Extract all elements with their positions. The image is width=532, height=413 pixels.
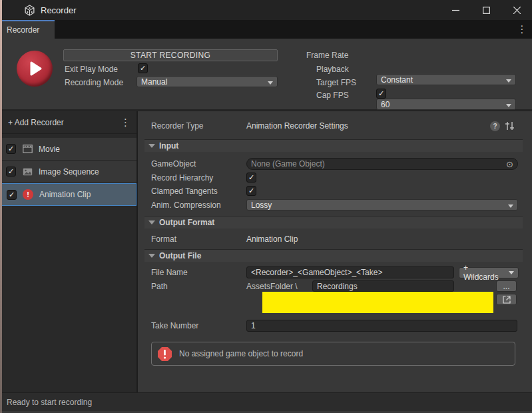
output-file-section-title: Output File <box>159 251 201 260</box>
anim-compression-label: Anim. Compression <box>151 201 246 210</box>
format-label: Format <box>151 234 246 244</box>
recorder-type-label: Recorder Type <box>151 121 246 131</box>
wildcards-button-label: + Wildcards <box>463 263 504 282</box>
path-root-value[interactable]: AssetsFolder \ <box>246 282 312 291</box>
path-label: Path <box>151 282 246 291</box>
recorder-item-label: Animation Clip <box>39 190 91 199</box>
file-name-input[interactable] <box>246 266 454 278</box>
tab-bar: Recorder ⋮ <box>0 20 532 39</box>
foldout-arrow-icon <box>148 144 155 148</box>
recording-controls-panel: START RECORDING Exit Play Mode ✓ Recordi… <box>0 39 532 111</box>
check-icon: ✓ <box>8 168 14 175</box>
record-hierarchy-label: Record Hierarchy <box>151 173 246 183</box>
presets-icon[interactable] <box>505 121 515 133</box>
animation-clip-checkbox[interactable]: ✓ <box>7 190 17 200</box>
wildcards-button[interactable]: + Wildcards <box>459 267 519 278</box>
window-title: Recorder <box>41 5 76 15</box>
maximize-button[interactable] <box>471 0 501 20</box>
check-icon: ✓ <box>140 65 146 72</box>
warning-message: No assigned game object to record <box>179 349 303 358</box>
check-icon: ✓ <box>248 174 254 181</box>
clamped-tangents-label: Clamped Tangents <box>151 187 246 196</box>
game-object-field[interactable]: None (Game Object) ⊙ <box>246 158 518 170</box>
target-fps-label: Target FPS <box>316 78 356 87</box>
take-number-row: Take Number <box>151 320 517 332</box>
add-recorder-button[interactable]: + Add Recorder <box>8 118 64 127</box>
help-icon[interactable]: ? <box>490 121 500 131</box>
recorder-settings-panel: Recorder Type Animation Recorder Setting… <box>138 111 532 392</box>
tab-label: Recorder <box>7 25 39 35</box>
recording-mode-label: Recording Mode <box>65 78 123 87</box>
foldout-arrow-icon <box>148 220 155 224</box>
file-name-row: File Name + Wildcards <box>151 266 519 278</box>
record-hierarchy-row: Record Hierarchy ✓ <box>151 173 256 183</box>
start-recording-button[interactable]: START RECORDING <box>63 49 278 61</box>
clamped-tangents-checkbox[interactable]: ✓ <box>246 186 256 196</box>
object-picker-icon[interactable]: ⊙ <box>506 159 513 169</box>
path-preview-highlight <box>262 292 493 313</box>
exit-play-mode-label: Exit Play Mode <box>65 65 118 74</box>
movie-checkbox[interactable]: ✓ <box>6 144 16 154</box>
minimize-button[interactable] <box>440 0 471 20</box>
anim-compression-dropdown[interactable]: Lossy <box>246 199 518 210</box>
recorder-type-row: Recorder Type Animation Recorder Setting… <box>151 121 348 131</box>
cap-fps-label: Cap FPS <box>316 91 349 100</box>
anim-compression-value: Lossy <box>251 201 272 210</box>
tab-menu-icon[interactable]: ⋮ <box>516 20 528 39</box>
take-number-label: Take Number <box>151 321 246 330</box>
title-bar: Recorder <box>0 0 532 20</box>
output-format-section-title: Output Format <box>159 218 214 227</box>
tab-recorder[interactable]: Recorder <box>0 20 55 39</box>
recorder-item-label: Image Sequence <box>39 167 99 177</box>
foldout-arrow-icon <box>148 254 155 258</box>
clamped-tangents-row: Clamped Tangents ✓ <box>151 186 256 196</box>
recording-mode-dropdown[interactable]: Manual <box>136 76 278 87</box>
path-input[interactable] <box>312 280 454 292</box>
recorder-item-image-sequence[interactable]: ✓ Image Sequence <box>0 161 136 183</box>
playback-value: Constant <box>381 75 413 85</box>
open-path-button[interactable] <box>496 294 517 305</box>
image-sequence-checkbox[interactable]: ✓ <box>6 167 16 177</box>
recorder-item-animation-clip[interactable]: ✓ ! Animation Clip <box>0 183 136 206</box>
play-icon <box>27 61 43 77</box>
browse-path-button[interactable]: ... <box>496 280 517 292</box>
input-section-header[interactable]: Input <box>144 139 523 152</box>
recorder-type-value: Animation Recorder Settings <box>246 121 348 131</box>
path-row: Path AssetsFolder \ ... <box>151 280 454 292</box>
desktop-edge-bleed <box>0 0 2 413</box>
frame-rate-header: Frame Rate <box>306 51 348 60</box>
open-external-icon <box>503 296 511 304</box>
format-row: Format Animation Clip <box>151 234 298 244</box>
sidebar-menu-icon[interactable]: ⋮ <box>121 117 130 129</box>
target-fps-value: 60 <box>381 100 390 109</box>
input-section-title: Input <box>159 141 178 151</box>
exit-play-mode-checkbox[interactable]: ✓ <box>138 63 148 73</box>
status-message: Ready to start recording <box>7 398 92 407</box>
status-bar: Ready to start recording <box>0 392 532 411</box>
playback-label: Playback <box>316 65 349 74</box>
movie-icon <box>22 144 33 155</box>
sidebar-header: + Add Recorder ⋮ <box>0 111 136 134</box>
close-button[interactable] <box>501 0 532 20</box>
playback-dropdown[interactable]: Constant <box>376 74 516 85</box>
game-object-value: None (Game Object) <box>251 159 325 169</box>
recorder-item-movie[interactable]: ✓ Movie <box>0 138 136 161</box>
recorder-app-icon <box>24 5 35 16</box>
output-file-section-header[interactable]: Output File <box>144 249 523 262</box>
record-play-button[interactable] <box>17 51 53 87</box>
game-object-row: GameObject None (Game Object) ⊙ <box>151 158 518 170</box>
take-number-input[interactable] <box>246 320 517 332</box>
window-controls <box>440 0 532 20</box>
check-icon: ✓ <box>8 145 14 153</box>
output-format-section-header[interactable]: Output Format <box>144 216 523 228</box>
game-object-label: GameObject <box>151 159 246 169</box>
cap-fps-checkbox[interactable]: ✓ <box>376 89 386 99</box>
error-badge-icon: ! <box>23 189 33 200</box>
record-hierarchy-checkbox[interactable]: ✓ <box>246 173 256 183</box>
anim-compression-row: Anim. Compression Lossy <box>151 199 518 210</box>
check-icon: ✓ <box>378 90 384 97</box>
target-fps-dropdown[interactable]: 60 <box>376 99 516 110</box>
recording-mode-value: Manual <box>141 77 167 87</box>
format-value: Animation Clip <box>246 234 298 244</box>
warning-box: No assigned game object to record <box>151 342 515 366</box>
